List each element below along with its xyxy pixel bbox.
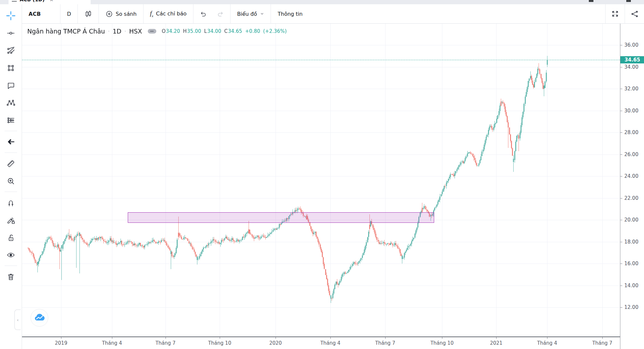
price-axis[interactable]: 34.65 36.0034.0032.0030.0028.0026.0024.0… xyxy=(620,24,644,349)
change-value: +0.80 xyxy=(245,28,260,34)
magnet-tool[interactable] xyxy=(2,194,19,211)
legend-exchange: HSX xyxy=(129,28,142,35)
candlestick-chart-canvas[interactable] xyxy=(22,24,620,337)
price-axis-label: 20.00 xyxy=(624,217,638,223)
time-axis-label: Tháng 4 xyxy=(320,340,340,346)
price-axis-label: 18.00 xyxy=(624,239,638,245)
redo-button[interactable] xyxy=(214,10,226,17)
chart-tab[interactable]: ACB (1D) × xyxy=(9,0,91,4)
price-axis-label: 22.00 xyxy=(624,195,638,201)
legend-symbol-title[interactable]: Ngân hàng TMCP Á Châu xyxy=(27,28,105,35)
time-axis-label: Tháng 7 xyxy=(375,340,395,346)
time-axis-label: Tháng 4 xyxy=(102,340,122,346)
price-axis-label: 14.00 xyxy=(624,283,638,289)
time-axis-label: 2019 xyxy=(55,340,67,346)
interval-button[interactable]: D xyxy=(65,11,73,17)
price-axis-tick xyxy=(620,242,622,242)
time-axis-label: Tháng 7 xyxy=(155,340,175,346)
sidebar-group-divider xyxy=(5,266,17,266)
price-axis-tick xyxy=(620,198,622,198)
drawing-toolbar xyxy=(0,4,22,349)
shapes-tool[interactable] xyxy=(2,59,19,77)
clipped-tab-icon xyxy=(589,0,593,2)
price-axis-tick xyxy=(620,286,622,286)
price-axis-label: 26.00 xyxy=(624,151,638,157)
time-axis-tick xyxy=(61,337,61,339)
hamburger-icon xyxy=(12,0,17,2)
chart-plot[interactable]: Ngân hàng TMCP Á Châu · 1D · HSX O34.20 … xyxy=(22,24,620,337)
time-axis-tick xyxy=(112,337,112,339)
low-value: 34.00 xyxy=(207,28,221,34)
legend-interval[interactable]: 1D xyxy=(113,28,122,35)
price-axis-tick xyxy=(620,154,622,155)
zoom-in-tool[interactable] xyxy=(2,172,19,190)
time-axis[interactable]: 2019Tháng 4Tháng 7Tháng 102020Tháng 4Thá… xyxy=(22,337,644,349)
indicators-label: Các chỉ báo xyxy=(156,11,187,17)
highlight-zone-rectangle[interactable] xyxy=(128,212,434,223)
clipped-tab-icon xyxy=(626,0,631,2)
ruler-tool[interactable] xyxy=(2,155,19,172)
hide-all-drawings-tool[interactable] xyxy=(2,246,19,264)
price-axis-tick xyxy=(620,67,622,67)
plus-circle-icon xyxy=(105,10,113,18)
chart-tab-title: ACB (1D) xyxy=(20,0,45,3)
price-axis-tick xyxy=(620,45,622,45)
time-axis-tick xyxy=(220,337,220,339)
lock-all-drawings-tool[interactable] xyxy=(2,229,19,246)
time-axis-tick xyxy=(442,337,442,339)
time-axis-tick xyxy=(276,337,276,339)
pitchfork-tool[interactable] xyxy=(2,42,19,59)
time-axis-label: 2020 xyxy=(269,340,282,346)
price-axis-label: 24.00 xyxy=(624,173,638,179)
symbol-search-button[interactable]: ACB xyxy=(27,11,56,17)
price-axis-tick xyxy=(620,89,622,89)
remove-all-drawings-tool[interactable] xyxy=(2,268,19,285)
time-axis-label: Tháng 4 xyxy=(537,340,557,346)
tab-close-icon[interactable]: × xyxy=(50,0,54,2)
change-percent-value: (+2.36%) xyxy=(263,28,287,34)
price-axis-tick xyxy=(620,111,622,111)
price-axis-tick xyxy=(620,264,622,264)
app-root: ACB (1D) × ACB D So sánh xyxy=(0,0,644,349)
current-price-label: 34.65 xyxy=(620,56,644,63)
compare-button[interactable]: So sánh xyxy=(103,10,138,18)
sidebar-group-divider xyxy=(5,152,17,153)
price-axis-tick xyxy=(620,307,622,308)
sidebar-collapse-handle[interactable]: ‹ xyxy=(14,310,21,330)
price-axis-label: 16.00 xyxy=(624,261,638,267)
projection-tool[interactable] xyxy=(2,111,19,129)
price-axis-label: 32.00 xyxy=(624,86,638,92)
price-axis-tick xyxy=(620,132,622,133)
time-axis-label: Tháng 7 xyxy=(592,340,612,346)
time-axis-tick xyxy=(602,337,603,339)
current-price-line xyxy=(22,60,620,60)
legend-collapse-button[interactable] xyxy=(148,29,156,34)
close-value: 34.65 xyxy=(228,28,242,34)
time-axis-tick xyxy=(496,337,497,339)
time-axis-label: 2021 xyxy=(490,340,502,346)
xabcd-pattern-tool[interactable] xyxy=(2,94,19,111)
browser-tab-strip: ACB (1D) × xyxy=(0,0,644,4)
chart-style-button[interactable] xyxy=(82,10,94,18)
fx-icon: fx xyxy=(150,10,153,18)
platform-logo-button[interactable] xyxy=(31,309,48,327)
price-axis-label: 30.00 xyxy=(624,108,638,114)
drawing-sync-lock-tool[interactable] xyxy=(2,211,19,229)
top-toolbar: ACB D So sánh fx Các chỉ báo xyxy=(22,4,644,24)
share-button[interactable] xyxy=(625,4,644,23)
undo-button[interactable] xyxy=(198,10,209,17)
sidebar-group-divider xyxy=(5,131,17,131)
high-value: 35.00 xyxy=(187,28,201,34)
text-note-tool[interactable] xyxy=(2,77,19,94)
back-arrow-tool[interactable] xyxy=(2,133,19,151)
compare-label: So sánh xyxy=(116,11,136,17)
indicators-button[interactable]: fx Các chỉ báo xyxy=(148,10,189,18)
candlestick-style-icon xyxy=(84,10,92,18)
fullscreen-button[interactable] xyxy=(606,4,625,23)
info-button[interactable]: Thông tin xyxy=(276,11,304,17)
crosshair-tool[interactable] xyxy=(2,7,19,24)
chart-menu-button[interactable]: Biểu đồ xyxy=(235,11,266,17)
time-axis-label: Tháng 10 xyxy=(431,340,454,346)
trend-line-tool[interactable] xyxy=(2,24,19,42)
open-value: 34.20 xyxy=(166,28,180,34)
